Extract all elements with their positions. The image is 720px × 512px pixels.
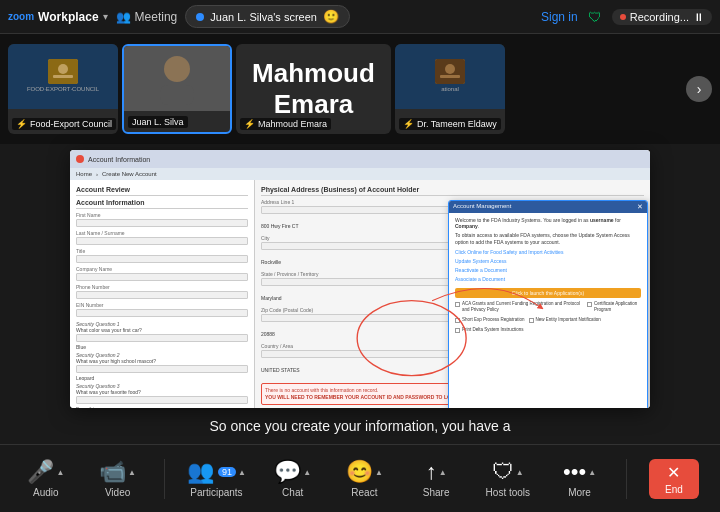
popup-label-3: Short Exp Process Registration	[462, 317, 525, 323]
popup-highlight-button[interactable]: Click to launch the Application(s)	[455, 288, 641, 298]
chat-icon-row: 💬 ▲	[274, 459, 311, 485]
breadcrumb-create: Create New Account	[102, 171, 157, 177]
more-label: More	[568, 487, 591, 498]
security-a2-input[interactable]	[76, 365, 248, 373]
title-input[interactable]	[76, 255, 248, 263]
more-chevron-icon[interactable]: ▲	[588, 468, 596, 477]
participant-logo-1: FOOD·EXPORT·COUNCIL	[8, 44, 118, 109]
main-content: Account Information Home › Create New Ac…	[0, 144, 720, 444]
participants-chevron-icon[interactable]: ▲	[238, 468, 246, 477]
participants-icon-row: 👥 91 ▲	[187, 459, 246, 485]
cert-checkbox-2[interactable]	[587, 302, 592, 307]
chat-group[interactable]: 💬 ▲ Chat	[268, 459, 318, 498]
lightning-icon-main: ⚡	[244, 119, 255, 129]
participant-label-4: ⚡ Dr. Tameem Eldawy	[399, 118, 501, 130]
logo-shape-4	[435, 59, 465, 84]
participant-main-name: Mahmoud Emara	[236, 58, 391, 120]
participant-logo-4: ational	[395, 44, 505, 109]
popup-checkbox-row-4: New Entity Important Notification	[529, 317, 601, 323]
popup-checkbox-3[interactable]	[455, 318, 460, 323]
end-group[interactable]: ✕ End	[649, 459, 699, 499]
toolbar-divider-2	[626, 459, 627, 499]
screen-dot	[196, 13, 204, 21]
form-body: Account Review Account Information First…	[70, 180, 650, 408]
video-chevron-icon[interactable]: ▲	[128, 468, 136, 477]
participant-thumb-4: ational ⚡ Dr. Tameem Eldawy	[395, 44, 505, 134]
host-tools-icon: 🛡	[492, 459, 514, 485]
svg-point-3	[164, 56, 190, 82]
popup-checkbox-row-3: Short Exp Process Registration	[455, 317, 525, 323]
react-label: React	[351, 487, 377, 498]
react-chevron-icon[interactable]: ▲	[375, 468, 383, 477]
svg-point-1	[58, 64, 68, 74]
audio-chevron-icon[interactable]: ▲	[56, 468, 64, 477]
react-group[interactable]: 😊 ▲ React	[339, 459, 389, 498]
popup-link-1[interactable]: Click Online for Food Safety and Import …	[455, 249, 641, 255]
share-group[interactable]: ↑ ▲ Share	[411, 459, 461, 498]
form-row-company: Company Name	[76, 266, 248, 281]
form-close-button[interactable]	[76, 155, 84, 163]
screen-share-window: Account Information Home › Create New Ac…	[70, 150, 650, 408]
cert-checkbox-1[interactable]	[455, 302, 460, 307]
react-icon: 😊	[346, 459, 373, 485]
screen-share-pill[interactable]: Juan L. Silva's screen 🙂	[185, 5, 350, 28]
video-icon-row: 📹 ▲	[99, 459, 136, 485]
host-chevron-icon[interactable]: ▲	[516, 468, 524, 477]
answer-label-3: Everything	[76, 406, 248, 408]
participants-icon: 👥	[187, 459, 214, 485]
logo-text-4: ational	[441, 86, 459, 93]
host-tools-group[interactable]: 🛡 ▲ Host tools	[483, 459, 533, 498]
form-row-phone: Phone Number	[76, 284, 248, 299]
form-title: Account Information	[88, 156, 150, 163]
chat-chevron-icon[interactable]: ▲	[303, 468, 311, 477]
share-icon: ↑	[426, 459, 437, 485]
account-mgmt-popup: Account Management ✕ Welcome to the FDA …	[448, 200, 648, 408]
popup-instructions: To obtain access to available FDA system…	[455, 232, 641, 246]
popup-link-2[interactable]: Update System Access	[455, 258, 641, 264]
screen-share-label: Juan L. Silva's screen	[210, 11, 317, 23]
company-input[interactable]	[76, 273, 248, 281]
more-icon-row: ••• ▲	[563, 459, 596, 485]
recording-label: Recording...	[630, 11, 689, 23]
more-group[interactable]: ••• ▲ More	[555, 459, 605, 498]
form-row-ein: EIN Number	[76, 302, 248, 317]
svg-rect-2	[53, 75, 73, 78]
share-chevron-icon[interactable]: ▲	[439, 468, 447, 477]
chevron-down-icon[interactable]: ▾	[103, 11, 108, 22]
lastname-input[interactable]	[76, 237, 248, 245]
form-row-title: Title	[76, 248, 248, 263]
popup-title-text: Account Management	[453, 203, 511, 211]
popup-link-4[interactable]: Associate a Document	[455, 276, 641, 282]
city-val: Rockville	[261, 259, 281, 265]
popup-label-4: New Entity Important Notification	[536, 317, 601, 323]
pause-icon[interactable]: ⏸	[693, 11, 704, 23]
video-group[interactable]: 📹 ▲ Video	[93, 459, 143, 498]
ein-input[interactable]	[76, 309, 248, 317]
strip-nav-button[interactable]: ›	[686, 76, 712, 102]
popup-close-button[interactable]: ✕	[637, 203, 643, 211]
audio-label: Audio	[33, 487, 59, 498]
caption-text: So once you create your information, you…	[209, 418, 510, 434]
participants-group[interactable]: 👥 91 ▲ Participants	[187, 459, 246, 498]
security-questions: Security Question 1 What color was your …	[76, 321, 248, 408]
participants-label: Participants	[190, 487, 242, 498]
account-review-title: Account Review	[76, 186, 248, 196]
popup-link-3[interactable]: Reactivate a Document	[455, 267, 641, 273]
participant-name-4: Dr. Tameem Eldawy	[417, 119, 497, 129]
audio-group[interactable]: 🎤 ▲ Audio	[21, 459, 71, 498]
popup-checkbox-5[interactable]	[455, 328, 460, 333]
firstname-input[interactable]	[76, 219, 248, 227]
form-right-panel: Physical Address (Business) of Account H…	[255, 180, 650, 408]
sign-in-button[interactable]: Sign in	[541, 10, 578, 24]
country-val: UNITED STATES	[261, 367, 300, 373]
security-a3-input[interactable]	[76, 396, 248, 404]
state-val: Maryland	[261, 295, 282, 301]
chat-icon: 💬	[274, 459, 301, 485]
fake-form: Account Information Home › Create New Ac…	[70, 150, 650, 408]
participants-count: 91	[218, 467, 236, 477]
person-silhouette	[152, 51, 202, 106]
phone-input[interactable]	[76, 291, 248, 299]
security-a1-input[interactable]	[76, 334, 248, 342]
popup-checkbox-4[interactable]	[529, 318, 534, 323]
rec-dot	[620, 14, 626, 20]
